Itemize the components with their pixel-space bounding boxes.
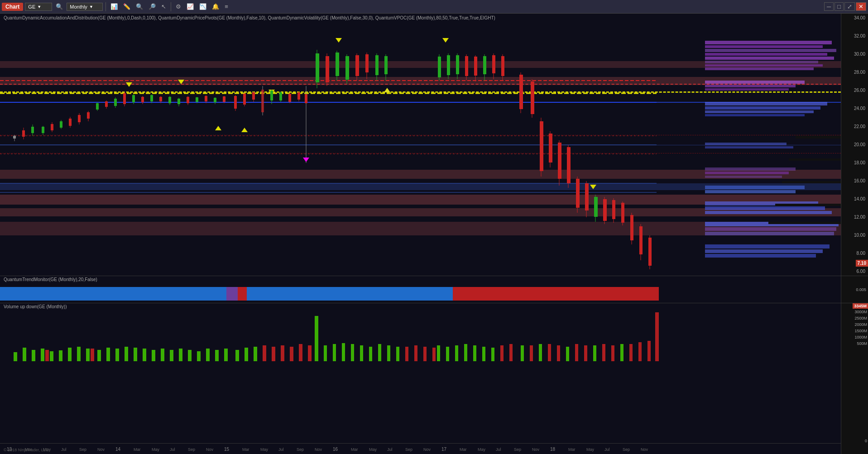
date-jul4: Jul xyxy=(387,447,393,452)
svg-rect-189 xyxy=(32,350,35,361)
separator-1 xyxy=(106,2,106,11)
price-20: 20.00 xyxy=(842,142,867,147)
svg-rect-251 xyxy=(548,344,551,361)
svg-rect-55 xyxy=(60,121,62,128)
indicators-icon[interactable]: 📈 xyxy=(185,2,196,11)
svg-rect-83 xyxy=(177,99,180,104)
price-8: 8.00 xyxy=(842,251,867,256)
date-18: 18 xyxy=(550,447,556,452)
alert-icon[interactable]: 🔔 xyxy=(210,2,221,11)
svg-marker-62 xyxy=(126,82,132,87)
candle-group-2013 xyxy=(13,124,34,141)
svg-rect-174 xyxy=(621,203,624,223)
svg-rect-68 xyxy=(114,99,117,106)
price-12: 12.00 xyxy=(842,215,867,220)
svg-rect-15 xyxy=(705,143,786,145)
volume-current-label: 3345M xyxy=(853,303,868,309)
svg-rect-91 xyxy=(214,98,216,102)
date-mar6: Mar xyxy=(568,447,575,452)
symbol-selector[interactable]: GE ▼ xyxy=(25,3,52,11)
cursor-icon[interactable]: ↖ xyxy=(159,2,168,11)
svg-rect-137 xyxy=(447,55,450,75)
svg-rect-225 xyxy=(446,347,449,361)
svg-rect-45 xyxy=(13,136,16,139)
svg-rect-112 xyxy=(297,92,300,100)
maximize-icon[interactable]: ⤢ xyxy=(844,2,855,11)
date-sep4: Sep xyxy=(405,447,412,452)
svg-rect-188 xyxy=(23,348,26,361)
svg-rect-224 xyxy=(437,345,440,361)
svg-rect-248 xyxy=(500,345,504,361)
svg-rect-195 xyxy=(86,349,90,361)
properties-icon[interactable]: ⚙ xyxy=(174,2,183,11)
svg-rect-156 xyxy=(540,121,543,171)
more-icon[interactable]: ≡ xyxy=(223,2,230,11)
svg-rect-229 xyxy=(482,347,485,361)
svg-rect-93 xyxy=(223,96,225,102)
svg-rect-246 xyxy=(423,347,427,361)
trend-indicator-label: QuantumTrendMonitor(GE (Monthly),20,Fals… xyxy=(4,277,97,282)
svg-rect-78 xyxy=(159,97,162,101)
svg-rect-252 xyxy=(557,345,560,361)
date-jul3: Jul xyxy=(278,447,284,452)
svg-rect-106 xyxy=(270,91,273,100)
svg-rect-192 xyxy=(59,350,62,361)
svg-rect-232 xyxy=(539,344,542,361)
draw-tool-icon[interactable]: ✏️ xyxy=(121,2,132,11)
minimize-icon[interactable]: ─ xyxy=(824,2,834,11)
timeframe-value: Monthly xyxy=(70,4,87,10)
timeframe-selector[interactable]: Monthly ▼ xyxy=(67,3,103,11)
svg-rect-57 xyxy=(69,119,72,126)
svg-rect-49 xyxy=(31,127,34,133)
svg-rect-158 xyxy=(549,134,552,162)
svg-rect-236 xyxy=(45,350,49,361)
price-32: 32.00 xyxy=(842,33,867,38)
svg-rect-187 xyxy=(14,352,17,361)
restore-icon[interactable]: □ xyxy=(834,2,844,11)
svg-rect-154 xyxy=(531,81,534,114)
svg-rect-108 xyxy=(279,92,282,100)
candle-group-2015 xyxy=(215,86,307,163)
vpoc-area xyxy=(705,14,841,276)
svg-rect-162 xyxy=(567,147,571,183)
svg-rect-186 xyxy=(453,287,659,301)
date-nov1: Nov xyxy=(97,447,105,452)
symbol-dropdown-icon[interactable]: ▼ xyxy=(37,5,41,9)
close-icon[interactable]: ✕ xyxy=(856,2,866,11)
price-24: 24.00 xyxy=(842,106,867,111)
date-may5: May xyxy=(478,447,486,452)
price-panel[interactable]: QuantumDynamicAccumulationAndDistributio… xyxy=(0,14,868,276)
svg-rect-166 xyxy=(585,183,589,210)
date-nov5: Nov xyxy=(532,447,540,452)
svg-rect-53 xyxy=(51,124,53,130)
svg-rect-255 xyxy=(602,344,605,361)
svg-marker-152 xyxy=(590,185,596,189)
svg-rect-193 xyxy=(68,348,72,361)
svg-rect-64 xyxy=(96,103,99,110)
svg-rect-141 xyxy=(465,56,468,76)
strategies-icon[interactable]: 📉 xyxy=(197,2,208,11)
svg-rect-239 xyxy=(272,347,275,361)
svg-rect-228 xyxy=(473,345,476,361)
date-may3: May xyxy=(260,447,269,452)
price-14: 14.00 xyxy=(842,196,867,201)
svg-rect-19 xyxy=(705,176,782,178)
separator-2 xyxy=(171,2,171,11)
svg-rect-199 xyxy=(125,347,128,361)
svg-rect-222 xyxy=(387,345,390,361)
svg-marker-181 xyxy=(303,158,309,162)
svg-rect-211 xyxy=(235,350,239,361)
chart-label: Chart xyxy=(2,3,23,11)
svg-rect-101 xyxy=(252,92,255,100)
search-icon[interactable]: 🔍 xyxy=(54,2,65,11)
zoom-plus-icon[interactable]: 🔎 xyxy=(147,2,158,11)
svg-rect-3 xyxy=(705,53,827,56)
zoom-minus-icon[interactable]: 🔍 xyxy=(134,2,145,11)
timeframe-dropdown-icon[interactable]: ▼ xyxy=(89,5,93,9)
bar-type-icon[interactable]: 📊 xyxy=(109,2,120,11)
symbol-value: GE xyxy=(28,4,35,10)
svg-rect-231 xyxy=(521,345,524,361)
candle-group-2014 xyxy=(96,80,184,111)
svg-rect-0 xyxy=(705,41,832,44)
svg-rect-205 xyxy=(179,349,182,361)
